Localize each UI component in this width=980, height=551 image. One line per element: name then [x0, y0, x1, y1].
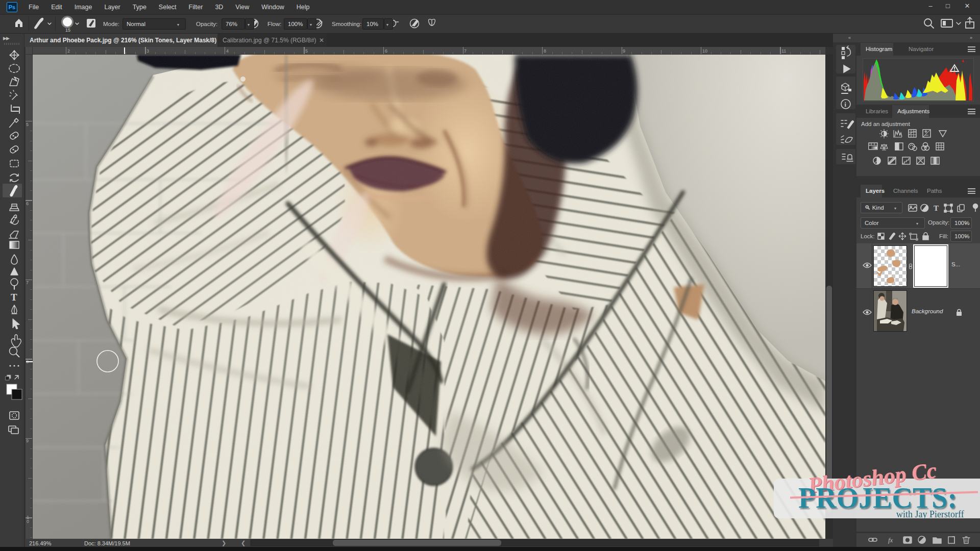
- svg-text:fx: fx: [888, 536, 893, 544]
- svg-text:Mode:: Mode:: [103, 21, 119, 27]
- svg-text:i: i: [845, 101, 847, 108]
- svg-text:T: T: [934, 204, 939, 212]
- svg-text:Opacity:: Opacity:: [196, 21, 217, 27]
- svg-text:T: T: [11, 292, 17, 303]
- svg-text:15: 15: [65, 28, 70, 33]
- svg-text:Flow:: Flow:: [267, 21, 281, 27]
- svg-text:Smoothing:: Smoothing:: [332, 21, 361, 27]
